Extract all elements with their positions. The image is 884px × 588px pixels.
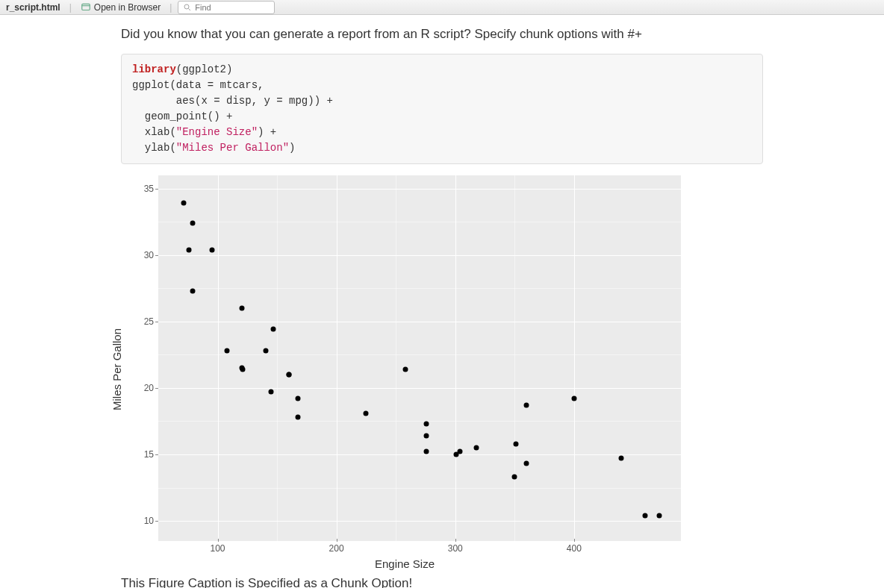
data-point (186, 247, 191, 252)
data-point (524, 461, 529, 466)
data-point (619, 456, 624, 461)
svg-point-1 (184, 4, 189, 9)
data-point (524, 403, 529, 408)
document-content: Did you know that you can generate a rep… (106, 15, 778, 588)
y-tick-label: 10 (144, 516, 154, 526)
y-tick-label: 20 (144, 383, 154, 393)
data-point (424, 449, 429, 454)
open-in-browser-button[interactable]: Open in Browser (78, 2, 164, 13)
plot-panel (158, 175, 681, 541)
data-point (270, 327, 276, 332)
open-in-browser-label: Open in Browser (94, 2, 161, 13)
separator: | (169, 2, 172, 13)
data-point (296, 396, 301, 401)
y-tick-label: 25 (144, 316, 154, 327)
intro-text: Did you know that you can generate a rep… (121, 25, 763, 43)
y-tick-label: 35 (144, 184, 154, 194)
y-tick-label: 15 (144, 449, 154, 460)
y-axis-label: Miles Per Gallon (110, 328, 123, 410)
svg-rect-0 (82, 4, 90, 10)
code-string: "Engine Size" (176, 126, 258, 138)
data-point (364, 410, 369, 416)
tab-filename[interactable]: r_script.html (3, 2, 63, 13)
data-point (190, 288, 196, 293)
data-point (512, 475, 517, 480)
code-block: library(ggplot2) ggplot(data = mtcars, a… (121, 54, 763, 164)
code-string: "Miles Per Gallon" (176, 142, 289, 154)
data-point (424, 421, 429, 426)
data-point (643, 513, 648, 518)
data-point (209, 247, 214, 252)
figure-caption: This Figure Caption is Specified as a Ch… (121, 576, 763, 588)
data-point (269, 390, 274, 395)
data-point (225, 348, 230, 353)
data-point (240, 366, 245, 372)
find-input[interactable] (195, 3, 262, 12)
data-point (264, 348, 269, 353)
x-tick-label: 400 (567, 543, 582, 554)
data-point (239, 305, 244, 310)
x-tick-label: 100 (211, 543, 225, 554)
data-point (513, 441, 518, 446)
code-keyword: library (132, 63, 176, 75)
x-tick-label: 300 (448, 543, 463, 554)
data-point (571, 396, 576, 401)
data-point (657, 513, 662, 518)
browser-icon (81, 2, 91, 13)
separator: | (69, 2, 72, 13)
data-point (296, 415, 301, 420)
data-point (424, 434, 429, 439)
x-axis-label: Engine Size (375, 557, 435, 570)
data-point (402, 366, 408, 372)
search-icon (183, 3, 192, 12)
y-tick-label: 30 (144, 250, 154, 260)
x-tick-label: 200 (329, 543, 344, 554)
data-point (190, 220, 195, 225)
toolbar: r_script.html | Open in Browser | (0, 0, 884, 15)
data-point (474, 445, 479, 451)
find-box[interactable] (178, 1, 275, 14)
data-point (287, 372, 292, 378)
plot-container: Miles Per Gallon Engine Size 10152025303… (121, 172, 688, 567)
data-point (454, 451, 459, 457)
data-point (181, 201, 186, 206)
